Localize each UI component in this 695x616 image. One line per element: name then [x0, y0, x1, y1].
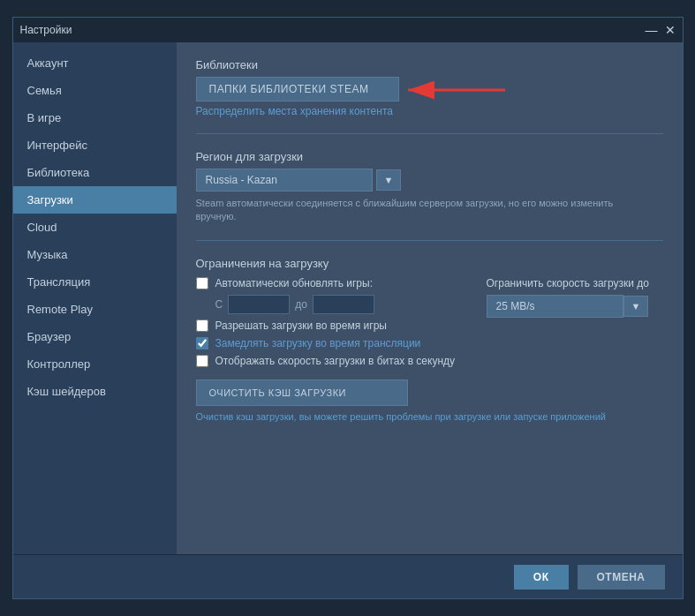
libraries-title: Библиотеки — [196, 58, 663, 71]
show-bits-checkbox[interactable] — [196, 355, 208, 367]
region-section: Регион для загрузки Russia - Kazan ▼ Ste… — [196, 150, 663, 224]
allow-download-label: Разрешать загрузки во время игры — [215, 319, 387, 332]
sidebar-item-downloads[interactable]: Загрузки — [13, 186, 177, 214]
auto-update-row: Автоматически обновлять игры: — [196, 277, 480, 289]
settings-window: Настройки — ✕ Аккаунт Семья В игре Интер… — [12, 17, 684, 599]
limit-row: Автоматически обновлять игры: С до Разре… — [196, 277, 663, 372]
content-area: Аккаунт Семья В игре Интерфейс Библиотек… — [13, 42, 683, 554]
time-to-input[interactable] — [313, 295, 374, 314]
allow-download-checkbox[interactable] — [196, 319, 208, 332]
titlebar: Настройки — ✕ — [13, 18, 683, 42]
allow-download-row: Разрешать загрузки во время игры — [196, 319, 480, 332]
left-checks: Автоматически обновлять игры: С до Разре… — [196, 277, 480, 372]
speed-limit-label: Ограничить скорость загрузки до — [487, 277, 663, 289]
auto-update-checkbox[interactable] — [196, 277, 208, 289]
time-row: С до — [215, 295, 480, 314]
right-speed: Ограничить скорость загрузки до 25 MB/s … — [487, 277, 663, 318]
clear-cache-button[interactable]: ОЧИСТИТЬ КЭШ ЗАГРУЗКИ — [196, 379, 408, 406]
limits-title: Ограничения на загрузку — [196, 257, 663, 270]
time-to-label: до — [295, 298, 307, 311]
minimize-button[interactable]: — — [646, 24, 658, 36]
distribute-link[interactable]: Распределить места хранения контента — [196, 105, 663, 117]
slow-download-checkbox[interactable] — [196, 337, 208, 349]
sidebar: Аккаунт Семья В игре Интерфейс Библиотек… — [13, 42, 177, 554]
region-select[interactable]: Russia - Kazan — [196, 169, 373, 192]
cancel-button[interactable]: ОТМЕНА — [578, 565, 665, 590]
sidebar-item-cloud[interactable]: Cloud — [13, 214, 177, 241]
sidebar-item-family[interactable]: Семья — [13, 77, 177, 104]
libraries-section: Библиотеки ПАПКИ БИБЛИОТЕКИ STEAM Распре… — [196, 58, 663, 117]
speed-select[interactable]: 25 MB/s — [487, 295, 623, 318]
divider-2 — [196, 240, 663, 241]
divider-1 — [196, 133, 663, 134]
ok-button[interactable]: ОК — [514, 565, 569, 590]
limits-section: Ограничения на загрузку Автоматически об… — [196, 257, 663, 424]
time-from-label: С — [215, 298, 223, 311]
sidebar-item-music[interactable]: Музыка — [13, 241, 177, 268]
sidebar-item-remoteplay[interactable]: Remote Play — [13, 296, 177, 323]
sidebar-item-shadercache[interactable]: Кэш шейдеров — [13, 378, 177, 405]
region-select-wrapper: Russia - Kazan ▼ — [196, 169, 663, 192]
sidebar-item-browser[interactable]: Браузер — [13, 323, 177, 350]
region-note: Steam автоматически соединяется с ближай… — [196, 197, 629, 224]
sidebar-item-broadcast[interactable]: Трансляция — [13, 268, 177, 296]
auto-update-label: Автоматически обновлять игры: — [215, 277, 373, 289]
close-button[interactable]: ✕ — [665, 24, 676, 36]
arrow-annotation — [399, 72, 514, 108]
window-title: Настройки — [20, 24, 72, 36]
time-from-input[interactable] — [228, 295, 290, 314]
speed-select-wrapper: 25 MB/s ▼ — [487, 295, 663, 318]
region-dropdown-arrow[interactable]: ▼ — [376, 169, 402, 191]
footer: ОК ОТМЕНА — [13, 554, 683, 598]
sidebar-item-account[interactable]: Аккаунт — [13, 49, 177, 77]
clear-cache-note: Очистив кэш загрузки, вы можете решить п… — [196, 410, 629, 424]
show-bits-label: Отображать скорость загрузки в битах в с… — [215, 355, 456, 367]
sidebar-item-controller[interactable]: Контроллер — [13, 350, 177, 378]
titlebar-controls: — ✕ — [646, 24, 676, 36]
show-bits-row: Отображать скорость загрузки в битах в с… — [196, 355, 480, 367]
slow-broadcast-row: Замедлять загрузку во время трансляции — [196, 337, 480, 349]
sidebar-item-ingame[interactable]: В игре — [13, 104, 177, 131]
slow-download-label: Замедлять загрузку во время трансляции — [215, 337, 421, 349]
region-title: Регион для загрузки — [196, 150, 663, 163]
main-content: Библиотеки ПАПКИ БИБЛИОТЕКИ STEAM Распре… — [177, 42, 683, 554]
speed-dropdown-arrow[interactable]: ▼ — [623, 296, 649, 317]
sidebar-item-interface[interactable]: Интерфейс — [13, 131, 177, 159]
sidebar-item-library[interactable]: Библиотека — [13, 159, 177, 186]
steam-folders-button[interactable]: ПАПКИ БИБЛИОТЕКИ STEAM — [196, 77, 399, 101]
